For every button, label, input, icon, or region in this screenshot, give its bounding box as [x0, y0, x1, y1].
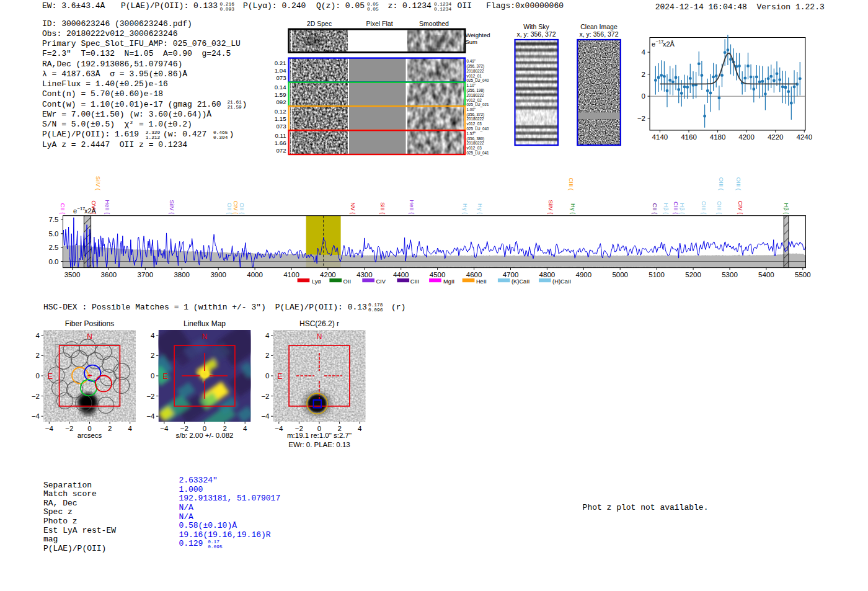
svg-text:1.66: 1.66 [275, 140, 286, 146]
svg-text:SiIV {: SiIV { [169, 200, 175, 214]
svg-text:4800: 4800 [539, 271, 556, 278]
svg-text:−4: −4 [261, 412, 270, 420]
svg-text:Q(z): 0.05: Q(z): 0.05 [316, 1, 365, 11]
svg-text:0.216: 0.216 [220, 2, 235, 7]
svg-text:3800: 3800 [174, 271, 190, 278]
svg-text:0.12: 0.12 [275, 108, 286, 115]
svg-text:−2: −2 [637, 115, 645, 122]
svg-text:Obs: 20180222v012_3000623246: Obs: 20180222v012_3000623246 [42, 29, 177, 38]
svg-text:4: 4 [36, 332, 40, 339]
svg-text:HeII {: HeII { [104, 200, 111, 214]
svg-text:OVI {: OVI { [91, 200, 97, 214]
svg-text:−2: −2 [65, 425, 73, 432]
svg-text:RA, Dec: RA, Dec [43, 499, 78, 508]
svg-text:arcsecs: arcsecs [78, 432, 102, 439]
svg-text:2024-12-14 16:04:48 Version 1: 2024-12-14 16:04:48 Version 1.22.3 [655, 2, 825, 12]
svg-text:4200: 4200 [738, 133, 755, 141]
svg-text:−2: −2 [146, 393, 154, 400]
svg-text:5100: 5100 [649, 271, 665, 278]
svg-text:4: 4 [265, 332, 270, 339]
svg-text:4: 4 [243, 425, 247, 432]
svg-text:HSC(26.2) r: HSC(26.2) r [299, 319, 339, 328]
svg-text:4180: 4180 [710, 133, 726, 141]
svg-text:Spec z: Spec z [43, 507, 73, 517]
svg-text:Phot z plot not available.: Phot z plot not available. [583, 503, 709, 512]
svg-text:1.57": 1.57" [467, 131, 476, 136]
svg-text:): ) [229, 130, 234, 139]
svg-text:2.329: 2.329 [146, 130, 161, 135]
svg-text:0.17: 0.17 [208, 540, 219, 544]
svg-text:5.0: 5.0 [49, 230, 59, 238]
svg-text:OIII {: OIII { [716, 201, 723, 214]
svg-text:(356, 198): (356, 198) [467, 88, 485, 93]
svg-text:Hβ (: Hβ ( [783, 203, 790, 215]
svg-text:OII: OII [343, 278, 351, 285]
svg-text:mag: mag [43, 535, 58, 544]
svg-text:2.63324": 2.63324" [179, 476, 217, 485]
svg-text:(356, 380): (356, 380) [467, 136, 485, 141]
svg-text:Cont(w) = 1.10(±0.01)e-17 (gma: Cont(w) = 1.10(±0.01)e-17 (gmag 21.60 [42, 100, 221, 109]
svg-text:N: N [202, 332, 208, 341]
svg-text:P(Lyα): 0.240: P(Lyα): 0.240 [243, 1, 306, 11]
svg-text:CIII (: CIII ( [568, 177, 575, 190]
svg-text:192.913181, 51.079017: 192.913181, 51.079017 [179, 494, 280, 503]
svg-text:SiIV {: SiIV { [547, 200, 554, 214]
svg-text:(w: 0.427: (w: 0.427 [163, 130, 206, 139]
svg-text:0.129: 0.129 [179, 539, 203, 548]
svg-text:2: 2 [130, 120, 133, 125]
svg-text:1.15: 1.15 [275, 115, 286, 122]
svg-text:CIII {: CIII { [673, 202, 680, 215]
svg-text:3900: 3900 [210, 271, 226, 278]
svg-text:0.05: 0.05 [367, 7, 379, 12]
svg-text:x, y: 356, 372: x, y: 356, 372 [516, 30, 556, 38]
svg-text:EW: 3.6±43.4Å: EW: 3.6±43.4Å [42, 1, 105, 11]
svg-text:19.16(19.16,19.16)R: 19.16(19.16,19.16)R [179, 530, 270, 540]
svg-text:v012_03: v012_03 [467, 146, 482, 151]
svg-text:5000: 5000 [612, 271, 628, 278]
svg-text:092: 092 [276, 99, 286, 105]
svg-text:Est LyA rest-EW: Est LyA rest-EW [43, 526, 116, 535]
svg-text:N: N [87, 332, 92, 341]
svg-text:x, y: 356, 372: x, y: 356, 372 [579, 30, 618, 38]
svg-text:7.5: 7.5 [49, 216, 59, 223]
svg-text:RA,Dec (192.913086,51.079746): RA,Dec (192.913086,51.079746) [42, 60, 182, 69]
svg-text:(r): (r) [391, 303, 405, 312]
svg-text:N: N [317, 332, 322, 341]
svg-text:OIII {: OIII { [701, 201, 707, 214]
svg-text:4100: 4100 [283, 271, 299, 278]
svg-text:4: 4 [642, 48, 646, 56]
svg-text:Lineflux Map: Lineflux Map [184, 319, 226, 328]
svg-text:Primary Spec_Slot_IFU_AMP: 025: Primary Spec_Slot_IFU_AMP: 025_076_032_L… [42, 39, 241, 48]
svg-text:072: 072 [276, 147, 286, 154]
svg-text:0.21: 0.21 [275, 60, 286, 66]
svg-text:(356, 372): (356, 372) [467, 112, 485, 117]
svg-text:3700: 3700 [138, 271, 154, 278]
svg-text:025_LU_040: 025_LU_040 [467, 127, 490, 131]
svg-text:(H)CaII: (H)CaII [552, 278, 571, 285]
svg-text:HeII {: HeII { [409, 200, 415, 214]
svg-text:4400: 4400 [393, 271, 409, 278]
svg-text:0: 0 [36, 372, 40, 380]
svg-text:2: 2 [265, 352, 269, 359]
svg-text:Match score: Match score [43, 489, 97, 499]
svg-text:CII {: CII { [652, 203, 658, 215]
svg-text:4160: 4160 [681, 133, 697, 141]
svg-text:e: e [73, 207, 77, 215]
svg-text:m:19.1 re:1.0" s:2.7": m:19.1 re:1.0" s:2.7" [287, 432, 352, 439]
svg-text:0.58(±0.10)Å: 0.58(±0.10)Å [179, 521, 237, 530]
svg-text:+: + [87, 371, 92, 380]
svg-text:Weighted: Weighted [466, 32, 490, 38]
svg-text:(356, 372): (356, 372) [467, 64, 485, 69]
svg-text:−4: −4 [275, 425, 283, 432]
svg-text:5400: 5400 [758, 271, 774, 278]
svg-text:Lyα: Lyα [312, 278, 321, 285]
svg-text:Hγ (: Hγ ( [462, 203, 469, 215]
svg-text:(K)CaII: (K)CaII [512, 278, 529, 285]
svg-text:0.49": 0.49" [467, 59, 476, 63]
svg-text:λ = 4187.63Å σ = 3.95(±0.86)Å: λ = 4187.63Å σ = 3.95(±0.86)Å [42, 69, 187, 79]
svg-text:0.05: 0.05 [367, 2, 379, 7]
svg-text:Photo z: Photo z [43, 517, 78, 526]
svg-text:−4: −4 [45, 425, 54, 432]
svg-text:4900: 4900 [576, 271, 592, 278]
svg-text:0.0: 0.0 [49, 258, 59, 265]
